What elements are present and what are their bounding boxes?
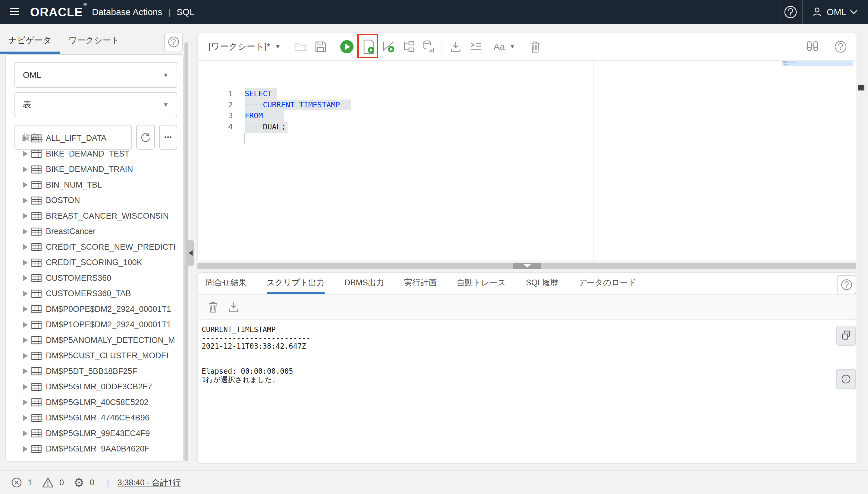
clear-output-button[interactable] — [203, 295, 223, 319]
error-count: 1 — [28, 478, 32, 487]
expand-caret-icon[interactable] — [23, 430, 28, 436]
table-tree-item[interactable]: DM$P5GLMR_99E43EC4F9 — [6, 426, 175, 441]
table-tree-item[interactable]: DM$P5ANOMALY_DETECTION_MO — [6, 332, 175, 348]
expand-caret-icon[interactable] — [23, 167, 28, 172]
font-size-button[interactable]: Aa — [491, 33, 507, 60]
line-number: 4 — [198, 121, 233, 133]
output-info-button[interactable] — [836, 369, 856, 389]
expand-caret-icon[interactable] — [23, 384, 28, 390]
expand-caret-icon[interactable] — [23, 182, 28, 188]
expand-caret-icon[interactable] — [23, 353, 28, 359]
table-tree-item[interactable]: CUSTOMERS360_TAB — [6, 286, 175, 302]
expand-caret-icon[interactable] — [23, 322, 28, 328]
expand-caret-icon[interactable] — [23, 415, 28, 421]
table-tree-item[interactable]: DM$P5DT_5BB18BF25F — [6, 364, 175, 379]
clear-worksheet-button[interactable] — [528, 33, 543, 60]
copy-output-button[interactable] — [836, 326, 856, 346]
table-tree-item[interactable]: CUSTOMERS360 — [6, 270, 175, 286]
expand-caret-icon[interactable] — [23, 229, 28, 235]
tab-query-result[interactable]: 問合せ結果 — [206, 273, 247, 294]
expand-caret-icon[interactable] — [23, 135, 28, 141]
top-bar: ORACLE® Database Actions | SQL OML — [0, 0, 868, 24]
product-title: Database Actions — [92, 7, 162, 17]
tab-worksheet[interactable]: ワークシート — [60, 29, 129, 54]
table-tree-item[interactable]: DM$P1OPE$DM2_2924_00001T1 — [6, 317, 175, 332]
font-size-label: Aa — [494, 42, 505, 52]
table-tree-item[interactable]: CREDIT_SCORE_NEW_PREDICTIOI — [6, 240, 175, 255]
run-statement-button[interactable] — [339, 33, 355, 60]
tab-navigator[interactable]: ナビゲータ — [0, 29, 60, 54]
expand-caret-icon[interactable] — [23, 151, 28, 157]
expand-caret-icon[interactable] — [23, 291, 28, 297]
tab-sql-history[interactable]: SQL履歴 — [526, 273, 558, 294]
autotrace-button[interactable] — [402, 33, 417, 60]
horizontal-splitter[interactable] — [197, 263, 856, 269]
table-tree-item[interactable]: DM$P5GLMR_40C58E5202 — [6, 395, 175, 411]
timing-summary-link[interactable]: 3:38:40 - 合計1行 — [118, 477, 181, 488]
download-output-button[interactable] — [223, 295, 244, 319]
results-help-button[interactable] — [837, 275, 856, 294]
code-editor[interactable]: 1 SELECT 2 ····CURRENT_TIMESTAMP 3 FROM … — [198, 61, 856, 261]
output-line: ------------------------- — [202, 334, 311, 343]
expand-caret-icon[interactable] — [23, 197, 28, 204]
table-tree-item[interactable]: BOSTON — [6, 193, 175, 208]
save-button[interactable] — [314, 33, 327, 60]
expand-caret-icon[interactable] — [23, 260, 28, 266]
output-toolbar — [198, 294, 856, 320]
open-file-button[interactable] — [294, 33, 307, 60]
table-name-label: CUSTOMERS360 — [46, 273, 111, 283]
editor-help-button[interactable] — [834, 40, 847, 53]
object-type-select[interactable]: 表 ▼ — [15, 92, 177, 117]
table-tree-item[interactable]: BREAST_CANCER_WISCONSIN — [6, 208, 175, 224]
table-tree-item[interactable]: DM$P5GLMR_0DDF3CB2F7 — [6, 379, 175, 395]
table-name-label: DM$P5ANOMALY_DETECTION_MO — [46, 336, 175, 345]
worksheet-caret-icon[interactable]: ▼ — [275, 33, 281, 60]
table-icon — [31, 305, 42, 314]
expand-caret-icon[interactable] — [23, 244, 28, 250]
table-tree-item[interactable]: ALL_LIFT_DATA — [6, 131, 175, 146]
explain-plan-button[interactable] — [381, 33, 397, 60]
splitter-collapse-handle[interactable] — [513, 263, 541, 269]
worksheet-title-dropdown[interactable]: [ワークシート]* — [209, 33, 270, 60]
tab-script-output[interactable]: スクリプト出力 — [267, 273, 324, 294]
navigator-help-button[interactable] — [164, 33, 183, 51]
table-icon — [31, 150, 42, 158]
table-icon — [31, 321, 42, 329]
expand-caret-icon[interactable] — [23, 368, 28, 374]
find-button[interactable] — [806, 40, 820, 53]
expand-caret-icon[interactable] — [23, 446, 28, 452]
table-tree-item[interactable]: BIKE_DEMAND_TRAIN — [6, 162, 175, 177]
user-menu[interactable]: OML — [803, 0, 868, 24]
table-tree-item[interactable]: BIN_NUM_TBL — [6, 177, 175, 193]
table-tree-item[interactable]: DM$P5GLMR_9AA0B4620F — [6, 441, 175, 457]
expand-caret-icon[interactable] — [23, 337, 28, 343]
error-count-icon — [11, 477, 22, 488]
expand-caret-icon[interactable] — [23, 306, 28, 312]
table-tree-item[interactable]: CREDIT_SCORING_100K — [6, 255, 175, 270]
table-tree-item[interactable]: DM$P5GLMR_4746CE4B96 — [6, 410, 175, 426]
minimap[interactable] — [783, 61, 853, 261]
window-scrollbar-thumb[interactable] — [858, 86, 864, 91]
format-button[interactable] — [468, 33, 484, 60]
topbar-help-button[interactable] — [780, 0, 802, 24]
expand-caret-icon[interactable] — [23, 275, 28, 281]
expand-caret-icon[interactable] — [23, 213, 28, 219]
tab-data-load[interactable]: データのロード — [578, 273, 636, 294]
table-name-label: DM$P5GLMR_0DDF3CB2F7 — [46, 382, 152, 392]
panel-collapse-handle[interactable] — [187, 240, 194, 266]
tab-autotrace[interactable]: 自動トレース — [457, 273, 506, 294]
table-tree-item[interactable]: DM$P0OPE$DM2_2924_00001T1 — [6, 302, 175, 317]
download-button[interactable] — [448, 33, 463, 60]
schema-select[interactable]: OML ▼ — [15, 62, 177, 88]
expand-caret-icon[interactable] — [23, 399, 28, 405]
font-size-caret-icon[interactable]: ▼ — [508, 33, 517, 60]
sql-statistics-button[interactable] — [422, 33, 437, 60]
table-tree-item[interactable]: BreastCancer — [6, 224, 175, 240]
whitespace-dots: ···· — [245, 100, 263, 109]
table-tree-item[interactable]: DM$P5CUST_CLUSTER_MODEL — [6, 348, 175, 364]
hamburger-menu-icon[interactable] — [10, 8, 23, 16]
tab-explain-plan[interactable]: 実行計画 — [404, 273, 437, 294]
run-script-button[interactable] — [362, 33, 377, 60]
table-tree-item[interactable]: BIKE_DEMAND_TEST — [6, 146, 175, 162]
tab-dbms-output[interactable]: DBMS出力 — [344, 273, 384, 294]
